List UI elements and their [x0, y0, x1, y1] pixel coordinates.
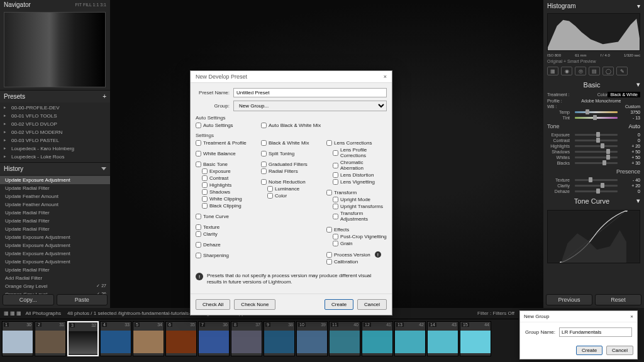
- slider-highlights[interactable]: [575, 145, 618, 147]
- history-step[interactable]: Update Exposure Adjustment: [0, 176, 110, 184]
- preset-folder[interactable]: 00-02 VFLO MODERN: [0, 128, 110, 136]
- chk-luminance[interactable]: Luminance: [261, 185, 321, 192]
- thumbnail[interactable]: 332: [67, 321, 99, 356]
- thumbnail[interactable]: 1039: [296, 321, 328, 356]
- chk-upright-transforms[interactable]: Upright Transforms: [326, 203, 387, 210]
- profile-value[interactable]: Adobe Monochrome: [562, 99, 640, 103]
- cancel-button[interactable]: Cancel: [357, 299, 387, 310]
- group-name-input[interactable]: [559, 327, 632, 337]
- tonecurve-header[interactable]: Tone Curve▾: [543, 194, 644, 207]
- thumbnail[interactable]: 534: [133, 321, 164, 356]
- chk-basic-tone[interactable]: Basic Tone: [196, 161, 256, 168]
- copy-button[interactable]: Copy...: [3, 294, 54, 305]
- history-step[interactable]: Update Exposure Adjustment: [0, 250, 110, 258]
- newgroup-create-button[interactable]: Create: [576, 346, 602, 355]
- history-step[interactable]: Add Radial Filter: [0, 274, 110, 282]
- preset-name-input[interactable]: [233, 88, 387, 97]
- wb-value[interactable]: Custom: [566, 104, 640, 109]
- chk-vignetting[interactable]: Lens Vignetting: [326, 178, 387, 185]
- thumbnail[interactable]: 1443: [427, 321, 458, 356]
- chk-lens-corr[interactable]: Lens Corrections: [326, 140, 387, 146]
- presets-header[interactable]: Presets +: [0, 90, 110, 102]
- chk-graduated[interactable]: Graduated Filters: [261, 161, 321, 168]
- thumbnail[interactable]: 736: [198, 321, 230, 356]
- chk-radial[interactable]: Radial Filters: [261, 168, 321, 175]
- slider-whites[interactable]: [575, 156, 618, 158]
- redeye-tool-icon[interactable]: ◎: [575, 67, 586, 75]
- chk-process-version[interactable]: Process Version !: [326, 251, 387, 258]
- crop-tool-icon[interactable]: ▦: [547, 67, 558, 75]
- slider-shadows[interactable]: [575, 151, 618, 153]
- chk-effects[interactable]: Effects: [326, 226, 387, 233]
- brush-tool-icon[interactable]: ✎: [616, 67, 628, 75]
- thumbnail[interactable]: 1544: [460, 321, 491, 356]
- thumbnail[interactable]: 1140: [329, 321, 360, 356]
- newgroup-cancel-button[interactable]: Cancel: [606, 346, 633, 355]
- treatment-color[interactable]: Color: [597, 92, 608, 97]
- chk-exposure[interactable]: Exposure: [196, 168, 256, 175]
- check-all-button[interactable]: Check All: [196, 299, 230, 310]
- slider-temp[interactable]: [575, 111, 618, 113]
- slider-blacks[interactable]: [575, 162, 618, 164]
- chk-clarity[interactable]: Clarity: [196, 231, 256, 238]
- preset-folder[interactable]: 00-00-PROFILE-DEV: [0, 104, 110, 112]
- chk-shadows[interactable]: Shadows: [196, 189, 256, 195]
- chk-upright-mode[interactable]: Upright Mode: [326, 196, 387, 203]
- chk-white-clipping[interactable]: White Clipping: [196, 195, 256, 202]
- chk-split-toning[interactable]: Split Toning: [261, 150, 321, 157]
- history-step[interactable]: Update Radial Filter: [0, 209, 110, 217]
- slider-tint[interactable]: [575, 117, 618, 119]
- chk-calibration[interactable]: Calibration: [326, 258, 387, 265]
- slider-contrast[interactable]: [575, 140, 618, 141]
- close-icon[interactable]: ×: [630, 314, 633, 319]
- thumbnail[interactable]: 837: [231, 321, 262, 356]
- preset-folder[interactable]: Loupedeck - Karo Holmberg: [0, 145, 110, 153]
- chk-chromatic[interactable]: Chromatic Aberration: [326, 159, 387, 172]
- history-step[interactable]: Update Radial Filter: [0, 225, 110, 233]
- history-step[interactable]: Update Radial Filter: [0, 217, 110, 225]
- chk-noise[interactable]: Noise Reduction: [261, 178, 321, 185]
- history-step[interactable]: Orange Gray Level✓ 27: [0, 282, 110, 290]
- history-step[interactable]: Update Feather Amount: [0, 192, 110, 200]
- create-button[interactable]: Create: [325, 299, 353, 310]
- slider-exposure[interactable]: [575, 134, 618, 136]
- preset-folder[interactable]: 00-02 VFLO DVLOP: [0, 120, 110, 128]
- chk-auto-settings[interactable]: Auto Settings: [196, 122, 256, 129]
- thumbnail[interactable]: 635: [165, 321, 197, 356]
- chk-white-balance[interactable]: White Balance: [196, 150, 256, 157]
- thumbnail[interactable]: 1342: [394, 321, 426, 356]
- chk-highlights[interactable]: Highlights: [196, 182, 256, 189]
- history-header[interactable]: History: [0, 162, 110, 175]
- preset-folder[interactable]: 00-01 VFLO TOOLS: [0, 112, 110, 120]
- thumbnail[interactable]: 938: [264, 321, 295, 356]
- gradient-tool-icon[interactable]: ▤: [589, 67, 600, 75]
- tone-curve[interactable]: [547, 210, 640, 263]
- slider-texture[interactable]: [575, 179, 618, 181]
- filter-menu[interactable]: Filters Off: [492, 310, 514, 316]
- paste-button[interactable]: Paste: [57, 294, 108, 305]
- treatment-bw[interactable]: Black & White: [608, 92, 640, 97]
- chk-bw-mix[interactable]: Black & White Mix: [261, 140, 321, 146]
- chk-tone-curve[interactable]: Tone Curve: [196, 213, 256, 220]
- chk-black-clipping[interactable]: Black Clipping: [196, 202, 256, 209]
- chk-contrast[interactable]: Contrast: [196, 175, 256, 182]
- chk-transform-adj[interactable]: Transform Adjustments: [326, 210, 387, 222]
- add-preset-icon[interactable]: +: [103, 93, 106, 100]
- chk-sharpening[interactable]: Sharpening: [196, 252, 256, 259]
- chk-lens-profile[interactable]: Lens Profile Corrections: [326, 146, 387, 159]
- chk-treatment-profile[interactable]: Treatment & Profile: [196, 140, 256, 146]
- thumbnail[interactable]: 1241: [362, 321, 393, 356]
- slider-dehaze[interactable]: [575, 190, 618, 192]
- chk-auto-bw-mix[interactable]: Auto Black & White Mix: [261, 122, 321, 129]
- history-step[interactable]: Update Exposure Adjustment: [0, 241, 110, 250]
- navigator-zoom-options[interactable]: FIT FILL 1:1 3:1: [75, 3, 106, 7]
- history-step[interactable]: Update Exposure Adjustment: [0, 233, 110, 241]
- thumbnail[interactable]: 433: [100, 321, 131, 356]
- reset-button[interactable]: Reset: [595, 294, 641, 305]
- spot-tool-icon[interactable]: ◉: [561, 67, 572, 75]
- radial-tool-icon[interactable]: ◯: [602, 67, 614, 75]
- chk-transform[interactable]: Transform: [326, 189, 387, 196]
- thumbnail-strip[interactable]: 1302313324335346357368379381039114012411…: [0, 319, 518, 358]
- history-step[interactable]: Update Feather Amount: [0, 200, 110, 209]
- thumbnail[interactable]: 231: [35, 321, 66, 356]
